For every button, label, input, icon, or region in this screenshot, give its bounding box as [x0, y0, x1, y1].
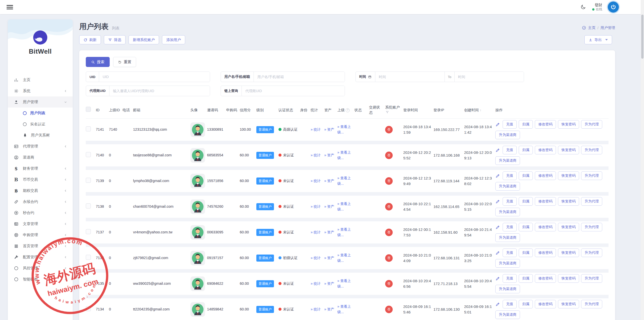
dark-mode-moon-icon[interactable] — [580, 4, 587, 11]
sidebar-subitem-user-relation-tree[interactable]: 用户关系树 — [8, 130, 73, 141]
recover-password-button[interactable]: 恢复密码 — [558, 274, 579, 283]
promote-to-channel-button[interactable]: 升为渠道商 — [495, 208, 520, 216]
view-parent-link[interactable]: » 查看上级... — [337, 150, 351, 160]
view-parent-link[interactable]: » 查看上级... — [337, 125, 351, 134]
select-all-checkbox[interactable] — [86, 107, 91, 112]
edit-pencil-icon[interactable] — [495, 173, 500, 178]
sidebar-item-spot-trading[interactable]: B 币币交易 — [8, 174, 73, 185]
sidebar-item-system[interactable]: 系统 — [8, 85, 73, 96]
promote-to-agent-button[interactable]: 升为代理 — [581, 120, 602, 129]
stats-link[interactable]: » 统计 — [311, 281, 321, 286]
sort-ascending-icon[interactable]: ↑ — [480, 108, 481, 112]
attribution-button[interactable]: 归属 — [519, 248, 533, 257]
row-checkbox[interactable] — [86, 203, 91, 208]
recover-password-button[interactable]: 恢复密码 — [558, 120, 579, 129]
sidebar-item-smart-miner[interactable]: 智能矿机 — [8, 274, 73, 285]
row-checkbox[interactable] — [86, 255, 91, 260]
reset-button[interactable]: 重置 — [113, 57, 136, 67]
attribution-button[interactable]: 归属 — [519, 223, 533, 231]
sidebar-item-risk-management[interactable]: 风控管理 — [8, 263, 73, 274]
sidebar-item-second-contract[interactable]: 秒合约 — [8, 207, 73, 218]
assets-link[interactable]: » 资产 — [324, 127, 334, 131]
edit-pencil-icon[interactable] — [495, 276, 500, 281]
stats-link[interactable]: » 统计 — [311, 127, 321, 131]
stats-link[interactable]: » 统计 — [311, 153, 321, 157]
sidebar-item-finance-management[interactable]: $ 财务管理 — [8, 163, 73, 174]
recharge-button[interactable]: 充值 — [503, 300, 517, 308]
row-checkbox[interactable] — [86, 280, 91, 286]
row-checkbox[interactable] — [86, 229, 91, 234]
sidebar-item-perpetual-contract[interactable]: 永续合约 — [8, 196, 73, 207]
change-password-button[interactable]: 修改密码 — [535, 171, 556, 180]
recharge-button[interactable]: 充值 — [503, 223, 517, 231]
avatar[interactable] — [190, 174, 205, 188]
promote-to-agent-button[interactable]: 升为代理 — [581, 146, 602, 154]
sidebar-item-options-trading[interactable]: ฿ 期权交易 — [8, 185, 73, 196]
edit-pencil-icon[interactable] — [495, 302, 500, 307]
attribution-button[interactable]: 归属 — [519, 274, 533, 283]
refresh-button[interactable]: 刷新 — [79, 35, 101, 44]
page-scrollbar[interactable] — [641, 0, 644, 320]
uid-input[interactable] — [99, 72, 210, 82]
chain-query-input[interactable] — [242, 86, 345, 96]
sidebar-subitem-real-name-auth[interactable]: 实名认证 — [8, 119, 73, 130]
change-password-button[interactable]: 修改密码 — [535, 248, 556, 257]
stats-link[interactable]: » 统计 — [311, 256, 321, 260]
row-checkbox[interactable] — [86, 178, 91, 183]
recover-password-button[interactable]: 恢复密码 — [558, 223, 579, 231]
recharge-button[interactable]: 充值 — [503, 146, 517, 154]
view-parent-link[interactable]: » 查看上级... — [337, 202, 351, 211]
change-password-button[interactable]: 修改密码 — [535, 274, 556, 283]
edit-pencil-icon[interactable] — [495, 199, 500, 204]
stats-link[interactable]: » 统计 — [311, 307, 321, 311]
sidebar-item-article-management[interactable]: 文章管理 — [8, 218, 73, 229]
time-to-input[interactable] — [455, 72, 524, 82]
promote-to-agent-button[interactable]: 升为代理 — [581, 171, 602, 180]
attribution-button[interactable]: 归属 — [519, 300, 533, 308]
change-password-button[interactable]: 修改密码 — [535, 300, 556, 308]
change-password-button[interactable]: 修改密码 — [535, 197, 556, 206]
assets-link[interactable]: » 资产 — [324, 179, 334, 183]
recharge-button[interactable]: 充值 — [503, 120, 517, 129]
recover-password-button[interactable]: 恢复密码 — [558, 146, 579, 154]
edit-pencil-icon[interactable] — [495, 122, 500, 127]
change-password-button[interactable]: 修改密码 — [535, 146, 556, 154]
sidebar-item-agent-management[interactable]: 代理管理 — [8, 141, 73, 152]
row-checkbox[interactable] — [86, 126, 91, 131]
view-parent-link[interactable]: » 查看上级... — [337, 176, 351, 186]
view-parent-link[interactable]: » 查看上级... — [337, 253, 351, 263]
assets-link[interactable]: » 资产 — [324, 230, 334, 234]
recharge-button[interactable]: 充值 — [503, 248, 517, 257]
promote-to-agent-button[interactable]: 升为代理 — [581, 248, 602, 257]
scrollbar-thumb[interactable] — [641, 15, 643, 59]
promote-to-channel-button[interactable]: 升为渠道商 — [495, 259, 520, 268]
attribution-button[interactable]: 归属 — [519, 120, 533, 129]
avatar[interactable] — [190, 225, 205, 240]
add-system-account-button[interactable]: 新增系统账户 — [129, 35, 159, 44]
stats-link[interactable]: » 统计 — [311, 179, 321, 183]
attribution-button[interactable]: 归属 — [519, 146, 533, 154]
attribution-button[interactable]: 归属 — [519, 197, 533, 206]
filter-button[interactable]: 筛选 — [104, 35, 126, 44]
export-button[interactable]: 导出 — [584, 35, 612, 44]
avatar[interactable] — [190, 276, 205, 291]
logout-power-button[interactable] — [608, 2, 619, 13]
edit-pencil-icon[interactable] — [495, 148, 500, 153]
row-checkbox[interactable] — [86, 152, 91, 157]
breadcrumb-home[interactable]: 主页 — [588, 25, 595, 30]
view-parent-link[interactable]: » 查看上级... — [337, 227, 351, 237]
avatar[interactable] — [190, 199, 205, 214]
help-circle-icon[interactable]: ? — [346, 108, 350, 112]
change-password-button[interactable]: 修改密码 — [535, 120, 556, 129]
assets-link[interactable]: » 资产 — [324, 153, 334, 157]
column-filter-funnel-icon[interactable] — [386, 111, 389, 114]
sidebar-item-config-management[interactable]: 配置管理 — [8, 252, 73, 263]
promote-to-agent-button[interactable]: 升为代理 — [581, 197, 602, 206]
avatar[interactable] — [190, 122, 205, 137]
row-checkbox[interactable] — [86, 306, 91, 311]
avatar[interactable] — [190, 251, 205, 265]
promote-to-agent-button[interactable]: 升为代理 — [581, 274, 602, 283]
attribution-button[interactable]: 归属 — [519, 171, 533, 180]
change-password-button[interactable]: 修改密码 — [535, 223, 556, 231]
recover-password-button[interactable]: 恢复密码 — [558, 300, 579, 308]
